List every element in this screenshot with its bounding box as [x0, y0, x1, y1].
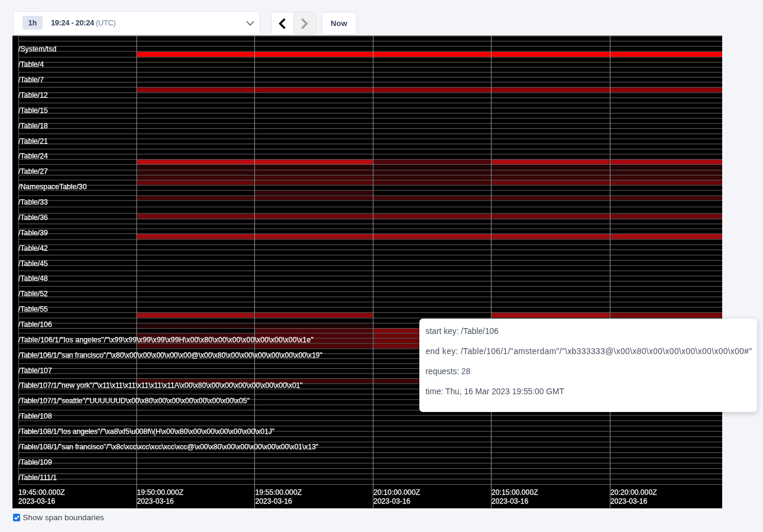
svg-text:/Table/36: /Table/36 [18, 213, 48, 222]
svg-text:/NamespaceTable/30: /NamespaceTable/30 [18, 183, 87, 191]
svg-text:/Table/108/1/"san francisco"/": /Table/108/1/"san francisco"/"\x8c\xcc\x… [18, 443, 318, 451]
svg-text:2023-03-16: 2023-03-16 [137, 497, 174, 505]
svg-text:/Table/39: /Table/39 [18, 229, 48, 237]
svg-text:/Table/7: /Table/7 [18, 76, 44, 84]
svg-text:2023-03-16: 2023-03-16 [610, 497, 648, 505]
svg-text:/Table/27: /Table/27 [18, 167, 48, 176]
svg-text:/Table/15: /Table/15 [18, 106, 48, 115]
svg-text:/Table/24: /Table/24 [18, 152, 48, 160]
svg-text:/Table/52: /Table/52 [18, 290, 48, 298]
svg-text:/Table/109: /Table/109 [18, 458, 52, 466]
svg-text:/Table/108: /Table/108 [18, 412, 52, 420]
svg-text:/Table/4: /Table/4 [18, 60, 44, 69]
svg-text:/Table/106/1/"los angeles"/"\x: /Table/106/1/"los angeles"/"\x99\x99\x99… [18, 336, 313, 344]
svg-text:20:15:00.000Z: 20:15:00.000Z [492, 488, 538, 497]
svg-text:/Table/107/1/"new york"/"\x11\: /Table/107/1/"new york"/"\x11\x11\x11\x1… [18, 381, 303, 390]
svg-text:/Table/106/1/"san francisco"/": /Table/106/1/"san francisco"/"\x80\x00\x… [18, 351, 322, 359]
svg-text:/System/tsd: /System/tsd [18, 45, 56, 53]
svg-text:/Table/45: /Table/45 [18, 259, 48, 268]
svg-text:2023-03-16: 2023-03-16 [374, 497, 411, 505]
svg-text:2023-03-16: 2023-03-16 [256, 497, 293, 505]
svg-text:19:50:00.000Z: 19:50:00.000Z [137, 488, 184, 497]
svg-text:/Table/55: /Table/55 [18, 305, 48, 313]
svg-text:/Table/48: /Table/48 [18, 274, 48, 283]
svg-text:/Table/12: /Table/12 [18, 91, 48, 99]
svg-text:/Table/107: /Table/107 [18, 366, 52, 375]
svg-text:2023-03-16: 2023-03-16 [492, 497, 529, 505]
svg-text:20:20:00.000Z: 20:20:00.000Z [610, 488, 657, 497]
svg-text:/Table/33: /Table/33 [18, 198, 48, 206]
svg-text:/Table/107/1/"seattle"/"UUUUUU: /Table/107/1/"seattle"/"UUUUUUD\x00\x80\… [18, 397, 250, 405]
svg-text:/Table/108/1/"los angeles"/"\x: /Table/108/1/"los angeles"/"\xa8\xf5\u00… [18, 427, 274, 436]
svg-text:19:55:00.000Z: 19:55:00.000Z [256, 488, 302, 497]
svg-text:/Table/21: /Table/21 [18, 137, 48, 145]
svg-text:19:45:00.000Z: 19:45:00.000Z [18, 488, 65, 497]
svg-text:/Table/42: /Table/42 [18, 244, 48, 252]
svg-text:2023-03-16: 2023-03-16 [18, 497, 56, 505]
svg-text:/Table/111/1: /Table/111/1 [18, 473, 57, 482]
svg-text:/Table/18: /Table/18 [18, 122, 48, 130]
svg-text:/Table/106: /Table/106 [18, 320, 52, 329]
svg-text:20:10:00.000Z: 20:10:00.000Z [374, 488, 421, 497]
